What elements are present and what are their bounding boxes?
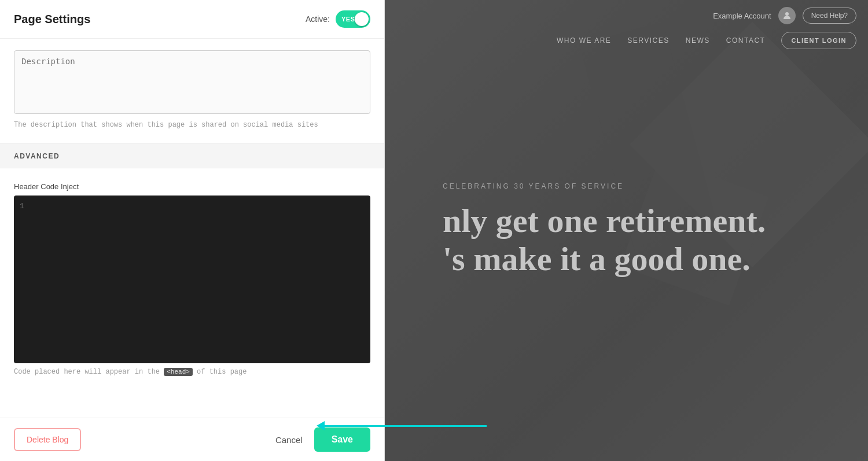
arrow-head-icon [317, 421, 325, 430]
footer-right: Cancel Save [275, 427, 370, 452]
page-settings-panel: Page Settings Active: YES The descriptio… [0, 0, 385, 461]
hero-line2: 's make it a good one. [443, 241, 751, 278]
cancel-button[interactable]: Cancel [275, 435, 303, 445]
nav-who-we-are[interactable]: WHO WE ARE [557, 36, 611, 45]
hero-title: nly get one retirement. 's make it a goo… [443, 202, 766, 279]
avatar [778, 7, 796, 24]
arrow-indicator [317, 421, 487, 430]
nav-links: WHO WE ARE SERVICES NEWS CONTACT CLIENT … [557, 32, 856, 49]
code-inject-label: Header Code Inject [14, 182, 370, 191]
code-hint-prefix: Code placed here will appear in the [14, 368, 160, 376]
active-toggle[interactable]: YES [336, 10, 370, 28]
top-bar: Example Account Need Help? [701, 0, 868, 31]
code-editor: 1 [14, 196, 370, 363]
nav-news[interactable]: NEWS [686, 36, 710, 45]
active-label: Active: [306, 14, 330, 24]
head-tag: <head> [164, 368, 193, 376]
arrow-line [325, 425, 487, 427]
header-code-input[interactable] [30, 201, 365, 357]
panel-title: Page Settings [14, 13, 90, 26]
panel-header: Page Settings Active: YES [0, 0, 384, 39]
website-preview: Example Account Need Help? WHO WE ARE SE… [385, 0, 868, 461]
toggle-yes-label: YES [341, 16, 355, 23]
nav-contact[interactable]: CONTACT [726, 36, 766, 45]
delete-blog-button[interactable]: Delete Blog [14, 428, 81, 451]
advanced-section-divider: ADVANCED [0, 143, 384, 168]
hero-subtitle: CELEBRATING 30 YEARS OF SERVICE [443, 182, 766, 190]
preview-background: Example Account Need Help? WHO WE ARE SE… [385, 0, 868, 461]
description-textarea[interactable] [14, 50, 370, 114]
line-number: 1 [20, 201, 24, 357]
client-login-button[interactable]: CLIENT LOGin [781, 32, 856, 49]
advanced-section-title: ADVANCED [14, 152, 60, 160]
toggle-thumb [355, 12, 369, 26]
nav-services[interactable]: SERVICES [627, 36, 669, 45]
code-hint: Code placed here will appear in the <hea… [14, 368, 370, 376]
description-hint: The description that shows when this pag… [14, 121, 370, 129]
code-hint-suffix: of this page [197, 368, 247, 376]
active-row: Active: YES [306, 10, 370, 28]
save-button[interactable]: Save [314, 427, 370, 452]
need-help-button[interactable]: Need Help? [803, 8, 856, 24]
panel-body: The description that shows when this pag… [0, 39, 384, 418]
hero-line1: nly get one retirement. [443, 202, 766, 239]
account-name: Example Account [713, 12, 771, 20]
hero-content: CELEBRATING 30 YEARS OF SERVICE nly get … [443, 182, 766, 279]
svg-point-0 [785, 12, 789, 16]
